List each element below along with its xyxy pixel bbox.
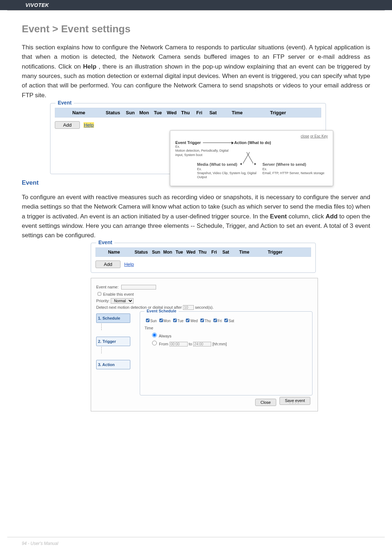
th2-trigger: Trigger (257, 250, 293, 255)
priority-label: Priority: (96, 299, 110, 303)
th2-wed: Wed (185, 250, 197, 255)
enable-label: Enable this event (103, 292, 134, 296)
intro-paragraph: This section explains how to configure t… (22, 43, 370, 100)
th-time: Time (220, 110, 254, 115)
event-settings-panel: Event name: Enable this event Priority: … (91, 278, 318, 411)
to-input[interactable] (193, 342, 211, 346)
th2-name: Name (96, 250, 132, 255)
add-button[interactable]: Add (55, 121, 80, 129)
media-body: Snapshot, Video Clip, System log, Digita… (197, 171, 256, 179)
footer-text: 94 - User's Manual (22, 541, 58, 546)
from-label: From (159, 342, 168, 346)
trigger-ex: Ex. (175, 145, 180, 148)
th2-fri: Fri (208, 250, 220, 255)
event-legend: Event (56, 100, 74, 106)
brand-bar: VIVOTEK (0, 0, 392, 10)
server-body: Email, FTP, HTTP Server, Network storage (262, 171, 324, 175)
th-fri: Fri (192, 110, 206, 115)
help-link[interactable]: Help (83, 122, 94, 128)
event-panel-1: Event Name Status Sun Mon Tue Wed Thu Fr… (50, 103, 326, 174)
th-wed: Wed (165, 110, 179, 115)
tab-connector-2 (101, 347, 102, 353)
media-ex: Ex. (197, 167, 202, 171)
th-thu: Thu (179, 110, 192, 115)
lbl-tue: Tue (177, 319, 184, 323)
tab-trigger[interactable]: 2. Trigger (96, 337, 130, 346)
para2-add-word: Add (326, 213, 338, 220)
to-label: to (189, 342, 192, 346)
chk-fri[interactable] (213, 319, 217, 322)
from-input[interactable] (170, 342, 188, 346)
chk-sun[interactable] (146, 319, 150, 322)
close-esc-text: or Esc Key (310, 134, 328, 138)
schedule-legend: Event Schedule (144, 309, 179, 313)
th-sun: Sun (123, 110, 137, 115)
event-table-header-2: Name Status Sun Mon Tue Wed Thu Fri Sat … (95, 247, 311, 257)
th2-time: Time (232, 250, 257, 255)
detect-input[interactable] (183, 305, 194, 310)
schedule-fieldset: Event Schedule Sun Mon Tue Wed Thu Fri S… (140, 311, 313, 395)
close-link[interactable]: close (301, 134, 309, 138)
th2-sun: Sun (150, 250, 162, 255)
paragraph-2: To configure an event with reactive meas… (22, 193, 370, 241)
th-trigger: Trigger (254, 110, 302, 115)
th-name: Name (55, 110, 102, 115)
trigger-body: Motion detection, Periodically, Digital … (175, 149, 228, 156)
radio-from[interactable] (152, 341, 157, 345)
th-tue: Tue (151, 110, 165, 115)
save-event-button[interactable]: Save event save (279, 397, 310, 405)
brand-text: VIVOTEK (25, 2, 49, 8)
event-name-label: Event name: (96, 285, 119, 289)
detect-after: second(s). (195, 305, 213, 309)
page-title: Event > Event settings (22, 23, 370, 35)
para2-mid: column, click (289, 213, 326, 220)
diagram-trigger-title: Event Trigger (175, 140, 201, 145)
th-sat: Sat (206, 110, 220, 115)
lbl-thu: Thu (205, 319, 211, 323)
event-table-header: Name Status Sun Mon Tue Wed Thu Fri Sat … (55, 108, 321, 118)
add-button-2[interactable]: Add (95, 260, 121, 268)
tab-action[interactable]: 3. Action (96, 360, 130, 369)
event-fieldset-2: Event Name Status Sun Mon Tue Wed Thu Fr… (91, 243, 316, 273)
save-sub-label: save (285, 403, 305, 403)
close-button[interactable]: Close (255, 399, 276, 406)
priority-select[interactable]: Normal (111, 298, 134, 304)
th-status: Status (102, 110, 123, 115)
always-label: Always (159, 334, 171, 338)
th2-sat: Sat (220, 250, 232, 255)
arrow-right-icon (203, 143, 232, 143)
tab-connector-1 (101, 324, 102, 330)
th-mon: Mon (137, 110, 151, 115)
help-diagram-card: close or Esc Key Event Trigger Action (W… (170, 130, 333, 186)
chk-thu[interactable] (200, 319, 204, 322)
diagram-action-title: Action (What to do) (234, 140, 271, 145)
hhmm-hint: [hh:mm] (212, 342, 227, 346)
time-label: Time (144, 326, 308, 330)
event-panel-2: Event Name Status Sun Mon Tue Wed Thu Fr… (91, 243, 316, 411)
diagram-media-title: Media (What to send) (197, 162, 262, 167)
th2-tue: Tue (173, 250, 185, 255)
chk-mon[interactable] (159, 319, 163, 322)
footer-line (7, 537, 385, 537)
lbl-wed: Wed (190, 319, 197, 323)
lbl-sun: Sun (150, 319, 157, 323)
intro-help-word: Help (83, 63, 97, 70)
enable-checkbox[interactable] (98, 292, 101, 296)
chk-wed[interactable] (186, 319, 189, 322)
radio-always[interactable] (152, 333, 157, 337)
para2-event-word: Event (270, 213, 287, 220)
lbl-sat: Sat (229, 319, 234, 323)
diagram-server-title: Server (Where to send) (262, 162, 328, 167)
chk-sat[interactable] (224, 319, 228, 322)
th2-status: Status (132, 250, 150, 255)
th2-thu: Thu (197, 250, 208, 255)
server-ex: Ex. (262, 167, 267, 171)
help-link-2[interactable]: Help (124, 262, 134, 267)
lbl-fri: Fri (218, 319, 222, 323)
th2-mon: Mon (162, 250, 173, 255)
lbl-mon: Mon (164, 319, 171, 323)
event-name-input[interactable] (121, 285, 156, 290)
chk-tue[interactable] (173, 319, 177, 322)
tab-schedule[interactable]: 1. Schedule (96, 313, 130, 323)
event-legend-2: Event (96, 239, 114, 245)
